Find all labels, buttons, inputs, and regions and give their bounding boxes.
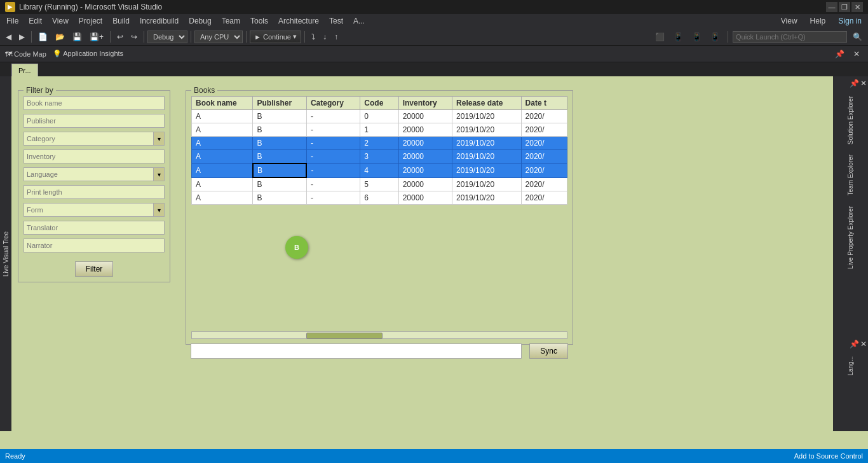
redo-btn[interactable]: ↪ (128, 30, 140, 44)
menu-project[interactable]: Project (74, 14, 107, 28)
language-dropdown-btn[interactable]: ▾ (153, 167, 165, 181)
menu-view2[interactable]: View (776, 15, 803, 27)
printlength-input[interactable] (24, 185, 165, 199)
undo-btn[interactable]: ↩ (114, 30, 126, 44)
form-input[interactable] (24, 203, 153, 217)
books-fieldset: Books Book name Publisher Category Code … (186, 90, 573, 345)
continue-label: ► Continue (254, 33, 291, 41)
panel2-pin-btn[interactable]: 📌 (850, 340, 859, 349)
device-selector-btn1[interactable]: ⬛ (652, 30, 668, 44)
platform-dropdown[interactable]: Any CPU (194, 31, 243, 43)
device-selector-btn3[interactable]: 📱 (689, 30, 705, 44)
debug-dropdown[interactable]: Debug (147, 31, 187, 43)
category-row: ▾ (24, 132, 165, 146)
menu-signin[interactable]: Sign in (833, 15, 867, 27)
menu-view[interactable]: View (47, 14, 74, 28)
menu-a[interactable]: A... (348, 14, 370, 28)
forward-btn[interactable]: ▶ (16, 30, 28, 44)
filter-button[interactable]: Filter (75, 261, 114, 277)
new-project-btn[interactable]: 📄 (35, 30, 51, 44)
open-btn[interactable]: 📂 (52, 30, 68, 44)
form-row: ▾ (24, 203, 165, 217)
device-selector-btn2[interactable]: 📱 (670, 30, 686, 44)
table-row[interactable]: AB-6200002019/10/202020/ (192, 191, 567, 205)
left-sidebar: Live Visual Tree (0, 76, 11, 431)
toolbar-row-1: ◀ ▶ 📄 📂 💾 💾+ ↩ ↪ Debug Any CPU ► Continu… (0, 28, 868, 46)
table-row[interactable]: AB-4200002019/10/202020/ (192, 163, 567, 177)
close-panel-btn[interactable]: ✕ (850, 47, 863, 61)
panel-close-btn[interactable]: ✕ (860, 79, 867, 88)
col-inventory: Inventory (398, 97, 452, 110)
save-all-btn[interactable]: 💾+ (86, 30, 107, 44)
bottom-controls: Sync (186, 343, 573, 359)
panel-pin-btn[interactable]: 📌 (850, 79, 859, 88)
save-btn[interactable]: 💾 (69, 30, 85, 44)
language-input[interactable] (24, 167, 153, 181)
table-row[interactable]: AB-3200002019/10/202020/ (192, 150, 567, 164)
panel2-close-btn[interactable]: ✕ (860, 340, 867, 349)
narrator-input[interactable] (24, 238, 165, 252)
restore-btn[interactable]: ❐ (839, 2, 850, 12)
step-out-btn[interactable]: ↑ (331, 30, 341, 44)
scrollbar-thumb[interactable] (306, 333, 383, 339)
search-btn[interactable]: 🔍 (850, 30, 865, 44)
close-btn[interactable]: ✕ (851, 2, 863, 12)
quick-launch-input[interactable] (733, 31, 847, 43)
code-map-btn[interactable]: 🗺 Code Map (5, 50, 46, 58)
category-input[interactable] (24, 132, 153, 146)
sep5 (246, 31, 247, 43)
table-row[interactable]: AB-1200002019/10/202020/ (192, 123, 567, 137)
publisher-input[interactable] (24, 114, 165, 128)
team-explorer-tab[interactable]: Team Explorer (845, 150, 856, 200)
device-selector-btn4[interactable]: 📱 (707, 30, 723, 44)
col-bookname: Book name (192, 97, 253, 110)
books-legend: Books (191, 86, 217, 95)
books-panel: Books Book name Publisher Category Code … (186, 85, 573, 345)
add-source-control[interactable]: Add to Source Control (794, 452, 863, 460)
bookname-input[interactable] (24, 96, 165, 110)
menu-file[interactable]: File (1, 14, 24, 28)
menu-edit[interactable]: Edit (24, 14, 47, 28)
status-ready: Ready (5, 452, 25, 460)
minimize-btn[interactable]: — (826, 2, 837, 12)
document-tab[interactable]: Pr... (11, 64, 38, 76)
vs-logo-icon: ▶ (5, 2, 15, 12)
inventory-input[interactable] (24, 149, 165, 163)
menu-help[interactable]: Help (805, 15, 831, 27)
status-right: Add to Source Control (794, 452, 863, 460)
menu-team[interactable]: Team (217, 14, 245, 28)
menu-test[interactable]: Test (324, 14, 348, 28)
col-category: Category (306, 97, 360, 110)
sync-button[interactable]: Sync (529, 343, 568, 359)
table-row[interactable]: AB-5200002019/10/202020/ (192, 177, 567, 191)
table-horizontal-scrollbar[interactable] (191, 331, 567, 339)
bottom-text-field[interactable] (191, 343, 522, 359)
menu-tools[interactable]: Tools (245, 14, 273, 28)
lang-tab[interactable]: Lang... (846, 352, 855, 380)
menu-debug[interactable]: Debug (184, 14, 216, 28)
menu-build[interactable]: Build (107, 14, 135, 28)
sep7 (728, 31, 728, 43)
title-bar-text: Library (Running) - Microsoft Visual Stu… (19, 3, 162, 11)
menu-architecture[interactable]: Architecture (273, 14, 324, 28)
drag-circle-label: B (294, 244, 299, 251)
col-publisher: Publisher (253, 97, 306, 110)
continue-btn[interactable]: ► Continue ▾ (250, 31, 301, 43)
pin-panel-btn[interactable]: 📌 (832, 47, 848, 61)
live-visual-tree-label: Live Visual Tree (3, 232, 10, 277)
category-dropdown-btn[interactable]: ▾ (153, 132, 165, 146)
translator-input[interactable] (24, 221, 165, 235)
menu-incredibuild[interactable]: Incredibuild (135, 14, 184, 28)
solution-explorer-tab[interactable]: Solution Explorer (845, 92, 856, 149)
back-btn[interactable]: ◀ (3, 30, 15, 44)
drag-circle[interactable]: B (285, 236, 308, 259)
step-into-btn[interactable]: ↓ (320, 30, 330, 44)
step-over-btn[interactable]: ⤵ (308, 30, 318, 44)
table-row[interactable]: AB-0200002019/10/202020/ (192, 110, 567, 123)
form-dropdown-btn[interactable]: ▾ (153, 203, 165, 217)
table-row[interactable]: AB-2200002019/10/202020/ (192, 137, 567, 150)
window-controls: — ❐ ✕ (826, 2, 863, 12)
app-insights-btn[interactable]: 💡 Application Insights (53, 50, 123, 58)
live-property-explorer-tab[interactable]: Live Property Explorer (845, 202, 856, 273)
books-table: Book name Publisher Category Code Invent… (191, 96, 567, 205)
